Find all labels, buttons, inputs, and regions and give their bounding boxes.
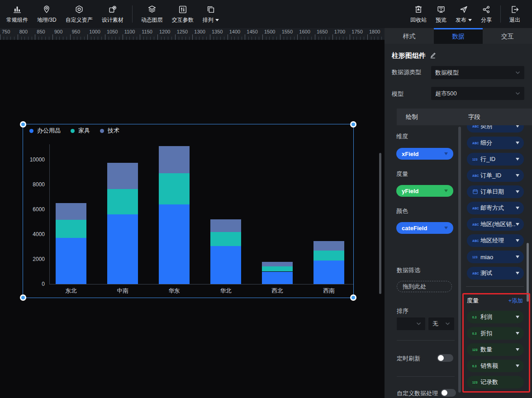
sort-order-select[interactable]: 无 [428, 317, 454, 330]
bar-segment[interactable] [107, 214, 138, 284]
chart-component[interactable]: 办公用品家具技术 0200040006000800010000东北中南华东华北西… [23, 124, 354, 298]
panel-tab-interaction[interactable]: 交互 [483, 28, 532, 44]
ruler-cell: 1700 [332, 28, 350, 40]
field-label: 订单_ID [480, 171, 516, 180]
chart-plot-area: 0200040006000800010000东北中南华东华北西北西南 [23, 124, 353, 298]
bar-segment[interactable] [56, 220, 86, 238]
bar-segment[interactable] [159, 173, 190, 204]
bar-segment[interactable] [210, 219, 241, 232]
toolbar-button-dynamic-layers[interactable]: 动态图层 [137, 0, 167, 28]
panel-tab-data[interactable]: 数据 [434, 28, 483, 44]
ruler-major-tick [280, 34, 280, 40]
toolbar-button-design-assets[interactable]: 设计素材 [97, 0, 128, 28]
filter-drop-zone[interactable]: 拖到此处 [397, 281, 452, 292]
bar-segment[interactable] [262, 262, 293, 266]
bar-segment[interactable] [210, 232, 241, 246]
chevron-down-icon [516, 142, 519, 144]
ruler-major-tick [332, 34, 333, 40]
ruler-cell: 1450 [245, 28, 262, 40]
field-pill[interactable]: ABC地区(地区销... [467, 218, 524, 231]
bar-segment[interactable] [314, 261, 344, 284]
measure-type-badge: 123 [472, 381, 480, 384]
chevron-down-icon [444, 152, 448, 155]
field-label: 地区经理 [480, 237, 516, 245]
divider [397, 376, 455, 377]
bar-segment[interactable] [107, 163, 138, 189]
toolbar-button-publish[interactable]: 发布 [451, 0, 476, 28]
bar-segment[interactable] [314, 241, 344, 251]
field-list-scrollbar[interactable] [527, 243, 529, 302]
design-canvas[interactable]: 办公用品家具技术 0200040006000800010000东北中南华东华北西… [0, 40, 385, 398]
edit-icon[interactable] [429, 52, 436, 60]
toolbar-button-custom-assets[interactable]: 自定义资产 [61, 0, 97, 28]
divider [466, 286, 524, 287]
add-measure-button[interactable]: +添加 [508, 297, 523, 305]
field-pill[interactable]: ABC细分 [467, 137, 524, 149]
bar-segment[interactable] [314, 251, 344, 261]
canvas-scrollbar[interactable] [379, 153, 381, 294]
toolbar-button-arrange[interactable]: 排列 [198, 0, 223, 28]
color-field-pill[interactable]: cateField [396, 222, 453, 234]
toolbar-button-label: 动态图层 [141, 16, 163, 24]
bar-segment[interactable] [262, 266, 293, 272]
toolbar-button-recycle-bin[interactable]: 回收站 [406, 0, 431, 28]
custom-data-toggle[interactable] [441, 389, 456, 397]
field-pill[interactable]: ABC地区经理 [467, 234, 524, 247]
toolbar-button-exit[interactable]: 退出 [505, 0, 525, 28]
dimension-field-pill[interactable]: xField [396, 148, 453, 160]
sort-label: 排序 [397, 307, 408, 315]
draw-panel-scrollbar[interactable] [458, 127, 461, 393]
measure-field-pill[interactable]: yField [396, 185, 453, 197]
bar-segment[interactable] [210, 246, 241, 284]
field-label: 订单日期 [480, 188, 516, 196]
auto-refresh-toggle[interactable] [437, 354, 453, 362]
layers-icon [147, 5, 157, 14]
sort-field-select[interactable] [397, 317, 425, 330]
ruler-cell: 1300 [192, 28, 210, 40]
chevron-down-icon [468, 19, 472, 21]
ruler-major-tick [367, 34, 368, 40]
x-axis-category-label: 西北 [262, 287, 293, 295]
model-select[interactable]: 超市500 [431, 87, 524, 100]
datasource-type-select[interactable]: 数据模型 [431, 66, 524, 79]
measure-pill[interactable]: 123数量 [467, 343, 524, 356]
bar-segment[interactable] [159, 204, 190, 284]
monitor-icon [436, 5, 446, 14]
sub-tab-draw[interactable]: 绘制 [406, 109, 418, 125]
field-pill[interactable]: ABC邮寄方式 [467, 202, 524, 214]
toolbar-button-preview[interactable]: 预览 [431, 0, 451, 28]
ruler-number: 1400 [229, 29, 240, 34]
trash-icon [413, 5, 423, 14]
ruler-major-tick [140, 34, 140, 40]
ruler-cell: 1200 [157, 28, 175, 40]
panel-tab-style[interactable]: 样式 [385, 28, 434, 44]
toolbar-button-interaction-params[interactable]: 交互参数 [167, 0, 198, 28]
measure-pill[interactable]: 0.3折扣 [467, 327, 524, 340]
field-pill[interactable]: ABC类别 [467, 125, 524, 133]
measure-pill[interactable]: 123记录数 [467, 376, 524, 389]
field-pill[interactable]: 123行_ID [467, 153, 524, 166]
bar-segment[interactable] [56, 238, 86, 284]
bar-segment[interactable] [159, 146, 190, 174]
bar-segment[interactable] [262, 272, 293, 284]
field-type-badge: ABC [472, 223, 480, 226]
ruler-cell: 800 [18, 28, 35, 40]
measure-pill[interactable]: 0.3利润 [467, 311, 524, 323]
chevron-down-icon [516, 272, 519, 275]
field-pill[interactable]: ABC测试 [467, 267, 524, 280]
toolbar-button-geo-3d[interactable]: 地理/3D [33, 0, 61, 28]
sub-tab-fields[interactable]: 字段 [468, 109, 480, 125]
toolbar-button-label: 退出 [509, 16, 520, 24]
toolbar-button-label: 预览 [436, 16, 446, 24]
toolbar-button-share[interactable]: 分享 [476, 0, 496, 28]
measure-pill[interactable]: 0.3销售额 [467, 360, 524, 372]
bar-segment[interactable] [56, 203, 86, 220]
bar-segment[interactable] [107, 189, 138, 214]
field-pill[interactable]: ABC订单_ID [467, 169, 524, 182]
ruler-number: 1100 [124, 29, 135, 34]
toolbar-button-components[interactable]: 常规组件 [2, 0, 33, 28]
field-pill[interactable]: 123miao [467, 251, 524, 263]
field-pill[interactable]: 订单日期 [467, 185, 524, 198]
toolbar-divider [500, 5, 501, 23]
toolbar-button-label-row: 退出 [509, 16, 520, 24]
